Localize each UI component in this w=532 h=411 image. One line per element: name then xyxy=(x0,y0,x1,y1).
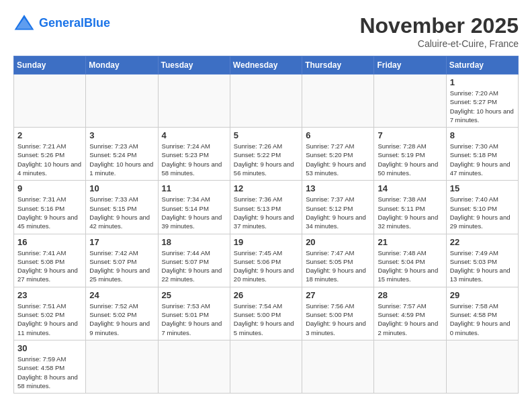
day-info: Sunrise: 7:59 AM Sunset: 4:58 PM Dayligh… xyxy=(17,355,82,390)
location-subtitle: Caluire-et-Cuire, France xyxy=(359,38,519,49)
day-number: 23 xyxy=(17,290,82,300)
day-number: 18 xyxy=(162,237,226,247)
day-info: Sunrise: 7:52 AM Sunset: 5:02 PM Dayligh… xyxy=(89,302,154,337)
day-number: 21 xyxy=(378,237,442,247)
calendar-cell: 1Sunrise: 7:20 AM Sunset: 5:27 PM Daylig… xyxy=(446,75,518,128)
day-info: Sunrise: 7:33 AM Sunset: 5:15 PM Dayligh… xyxy=(89,195,154,230)
day-number: 22 xyxy=(450,237,515,247)
day-info: Sunrise: 7:38 AM Sunset: 5:11 PM Dayligh… xyxy=(378,195,442,230)
day-info: Sunrise: 7:44 AM Sunset: 5:07 PM Dayligh… xyxy=(162,248,226,284)
calendar-cell: 5Sunrise: 7:26 AM Sunset: 5:22 PM Daylig… xyxy=(230,128,302,181)
calendar-cell: 19Sunrise: 7:45 AM Sunset: 5:06 PM Dayli… xyxy=(230,234,302,287)
day-number: 20 xyxy=(306,237,370,247)
logo: GeneralBlue xyxy=(13,13,110,32)
calendar-cell: 20Sunrise: 7:47 AM Sunset: 5:05 PM Dayli… xyxy=(302,234,374,287)
calendar-cell xyxy=(374,340,446,393)
calendar-cell: 4Sunrise: 7:24 AM Sunset: 5:23 PM Daylig… xyxy=(158,128,230,181)
calendar-cell xyxy=(374,75,446,128)
calendar-cell: 28Sunrise: 7:57 AM Sunset: 4:59 PM Dayli… xyxy=(374,287,446,340)
day-info: Sunrise: 7:51 AM Sunset: 5:02 PM Dayligh… xyxy=(17,302,82,337)
calendar-cell: 18Sunrise: 7:44 AM Sunset: 5:07 PM Dayli… xyxy=(158,234,230,287)
day-number: 14 xyxy=(378,183,442,193)
day-number: 1 xyxy=(450,77,515,87)
day-number: 24 xyxy=(89,290,154,300)
header-saturday: Saturday xyxy=(446,56,518,75)
day-info: Sunrise: 7:21 AM Sunset: 5:26 PM Dayligh… xyxy=(17,142,82,177)
day-info: Sunrise: 7:20 AM Sunset: 5:27 PM Dayligh… xyxy=(450,89,515,124)
header-tuesday: Tuesday xyxy=(158,56,230,75)
calendar-cell: 6Sunrise: 7:27 AM Sunset: 5:20 PM Daylig… xyxy=(302,128,374,181)
logo-text: GeneralBlue xyxy=(39,16,110,30)
day-number: 12 xyxy=(234,183,298,193)
calendar-cell: 29Sunrise: 7:58 AM Sunset: 4:58 PM Dayli… xyxy=(446,287,518,340)
calendar-cell: 21Sunrise: 7:48 AM Sunset: 5:04 PM Dayli… xyxy=(374,234,446,287)
calendar-cell: 13Sunrise: 7:37 AM Sunset: 5:12 PM Dayli… xyxy=(302,181,374,234)
calendar-cell: 10Sunrise: 7:33 AM Sunset: 5:15 PM Dayli… xyxy=(86,181,158,234)
general-blue-logo-icon xyxy=(13,13,35,32)
calendar-cell xyxy=(302,75,374,128)
calendar-week-row: 30Sunrise: 7:59 AM Sunset: 4:58 PM Dayli… xyxy=(14,340,519,393)
calendar-cell xyxy=(302,340,374,393)
day-number: 5 xyxy=(234,130,298,140)
day-number: 15 xyxy=(450,183,515,193)
day-number: 13 xyxy=(306,183,370,193)
day-number: 11 xyxy=(162,183,226,193)
day-info: Sunrise: 7:37 AM Sunset: 5:12 PM Dayligh… xyxy=(306,195,370,230)
day-number: 8 xyxy=(450,130,515,140)
calendar-cell xyxy=(158,75,230,128)
calendar-week-row: 1Sunrise: 7:20 AM Sunset: 5:27 PM Daylig… xyxy=(14,75,519,128)
day-number: 29 xyxy=(450,290,515,300)
day-info: Sunrise: 7:49 AM Sunset: 5:03 PM Dayligh… xyxy=(450,248,515,284)
day-info: Sunrise: 7:54 AM Sunset: 5:00 PM Dayligh… xyxy=(234,302,298,337)
calendar-cell: 15Sunrise: 7:40 AM Sunset: 5:10 PM Dayli… xyxy=(446,181,518,234)
day-info: Sunrise: 7:47 AM Sunset: 5:05 PM Dayligh… xyxy=(306,248,370,284)
day-info: Sunrise: 7:41 AM Sunset: 5:08 PM Dayligh… xyxy=(17,248,82,284)
day-number: 4 xyxy=(162,130,226,140)
calendar-cell: 30Sunrise: 7:59 AM Sunset: 4:58 PM Dayli… xyxy=(14,340,86,393)
day-info: Sunrise: 7:56 AM Sunset: 5:00 PM Dayligh… xyxy=(306,302,370,337)
calendar-cell: 17Sunrise: 7:42 AM Sunset: 5:07 PM Dayli… xyxy=(86,234,158,287)
calendar-table: SundayMondayTuesdayWednesdayThursdayFrid… xyxy=(13,56,519,394)
day-info: Sunrise: 7:48 AM Sunset: 5:04 PM Dayligh… xyxy=(378,248,442,284)
day-info: Sunrise: 7:36 AM Sunset: 5:13 PM Dayligh… xyxy=(234,195,298,230)
day-info: Sunrise: 7:58 AM Sunset: 4:58 PM Dayligh… xyxy=(450,302,515,337)
header-sunday: Sunday xyxy=(14,56,86,75)
calendar-cell xyxy=(230,75,302,128)
calendar-cell: 9Sunrise: 7:31 AM Sunset: 5:16 PM Daylig… xyxy=(14,181,86,234)
day-info: Sunrise: 7:57 AM Sunset: 4:59 PM Dayligh… xyxy=(378,302,442,337)
day-number: 25 xyxy=(162,290,226,300)
title-block: November 2025 Caluire-et-Cuire, France xyxy=(359,13,519,49)
calendar-cell: 24Sunrise: 7:52 AM Sunset: 5:02 PM Dayli… xyxy=(86,287,158,340)
calendar-cell: 16Sunrise: 7:41 AM Sunset: 5:08 PM Dayli… xyxy=(14,234,86,287)
calendar-header-row: SundayMondayTuesdayWednesdayThursdayFrid… xyxy=(14,56,519,75)
day-number: 2 xyxy=(17,130,82,140)
day-number: 3 xyxy=(89,130,154,140)
calendar-cell: 7Sunrise: 7:28 AM Sunset: 5:19 PM Daylig… xyxy=(374,128,446,181)
calendar-week-row: 23Sunrise: 7:51 AM Sunset: 5:02 PM Dayli… xyxy=(14,287,519,340)
month-title: November 2025 xyxy=(359,13,519,38)
day-info: Sunrise: 7:40 AM Sunset: 5:10 PM Dayligh… xyxy=(450,195,515,230)
header-wednesday: Wednesday xyxy=(230,56,302,75)
day-number: 27 xyxy=(306,290,370,300)
calendar-cell xyxy=(86,75,158,128)
calendar-cell xyxy=(14,75,86,128)
day-number: 26 xyxy=(234,290,298,300)
page-header: GeneralBlue November 2025 Caluire-et-Cui… xyxy=(13,13,519,49)
day-info: Sunrise: 7:34 AM Sunset: 5:14 PM Dayligh… xyxy=(162,195,226,230)
day-number: 19 xyxy=(234,237,298,247)
day-number: 28 xyxy=(378,290,442,300)
calendar-cell xyxy=(446,340,518,393)
day-info: Sunrise: 7:30 AM Sunset: 5:18 PM Dayligh… xyxy=(450,142,515,177)
calendar-week-row: 9Sunrise: 7:31 AM Sunset: 5:16 PM Daylig… xyxy=(14,181,519,234)
day-info: Sunrise: 7:24 AM Sunset: 5:23 PM Dayligh… xyxy=(162,142,226,177)
calendar-cell: 8Sunrise: 7:30 AM Sunset: 5:18 PM Daylig… xyxy=(446,128,518,181)
calendar-cell xyxy=(86,340,158,393)
header-friday: Friday xyxy=(374,56,446,75)
day-number: 30 xyxy=(17,343,82,353)
day-info: Sunrise: 7:31 AM Sunset: 5:16 PM Dayligh… xyxy=(17,195,82,230)
calendar-cell: 22Sunrise: 7:49 AM Sunset: 5:03 PM Dayli… xyxy=(446,234,518,287)
calendar-cell: 12Sunrise: 7:36 AM Sunset: 5:13 PM Dayli… xyxy=(230,181,302,234)
calendar-cell: 11Sunrise: 7:34 AM Sunset: 5:14 PM Dayli… xyxy=(158,181,230,234)
day-info: Sunrise: 7:26 AM Sunset: 5:22 PM Dayligh… xyxy=(234,142,298,177)
day-info: Sunrise: 7:42 AM Sunset: 5:07 PM Dayligh… xyxy=(89,248,154,284)
